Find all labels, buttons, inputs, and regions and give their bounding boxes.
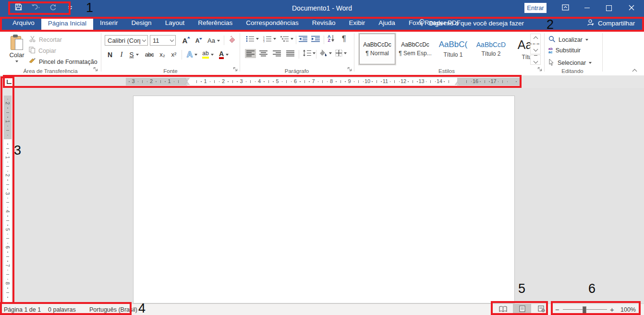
tab-selector-button[interactable] [4, 77, 14, 87]
ruler-number: 13 [418, 78, 424, 84]
customize-quick-access-button[interactable] [65, 3, 75, 13]
tab-design[interactable]: Design [125, 16, 158, 31]
strikethrough-button[interactable]: abc [143, 49, 156, 60]
tab-p-gina-inicial[interactable]: Página Inicial [41, 17, 93, 31]
tab-arquivo[interactable]: Arquivo [6, 16, 41, 31]
sign-in-button[interactable]: Entrar [524, 3, 547, 13]
ruler-tick [300, 81, 301, 82]
print-layout-button[interactable] [513, 304, 531, 315]
paste-button[interactable]: Colar [6, 34, 28, 71]
tab-inserir[interactable]: Inserir [93, 16, 125, 31]
tab-ajuda[interactable]: Ajuda [372, 16, 402, 31]
borders-button[interactable] [335, 49, 347, 57]
right-indent-marker[interactable] [455, 82, 460, 85]
bold-button[interactable]: N [105, 49, 115, 60]
decrease-indent-button[interactable] [299, 36, 307, 42]
tab-correspond-ncias[interactable]: Correspondências [239, 16, 305, 31]
align-center-button[interactable] [259, 50, 267, 57]
collapse-ribbon-button[interactable] [633, 66, 636, 75]
superscript-button[interactable]: x² [169, 49, 179, 60]
document-page[interactable] [133, 96, 515, 303]
styles-scroll-down-button[interactable] [530, 44, 541, 54]
style-t-tulo-2[interactable]: AaBbCcDTítulo 2 [473, 34, 509, 64]
italic-button[interactable]: I [117, 49, 126, 60]
text-effects-button[interactable]: A [185, 49, 199, 60]
style-label: ¶ Normal [365, 50, 389, 57]
maximize-button[interactable] [599, 0, 619, 16]
select-button[interactable]: Selecionar [548, 59, 592, 67]
align-right-button[interactable] [273, 50, 281, 57]
close-button[interactable] [621, 0, 642, 16]
select-dropdown-icon [589, 62, 592, 64]
cut-button[interactable]: Recortar [29, 36, 62, 44]
copy-button[interactable]: Copiar [29, 47, 56, 55]
tell-me-box[interactable]: Diga-me o que você deseja fazer [419, 16, 524, 31]
styles-group-label: Estilos [438, 68, 455, 74]
ribbon-display-options-button[interactable] [555, 0, 575, 16]
redo-button[interactable] [48, 3, 58, 13]
style-t-tulo[interactable]: AaBTítulo [511, 34, 547, 64]
zoom-out-button[interactable]: − [555, 304, 559, 315]
styles-dialog-launcher-icon[interactable] [537, 65, 542, 73]
justify-button[interactable] [286, 50, 294, 57]
styles-more-button[interactable] [530, 55, 541, 65]
styles-scroll-up-button[interactable] [530, 34, 541, 44]
shading-dropdown-icon [329, 52, 332, 54]
save-button[interactable] [13, 3, 23, 13]
clipboard-dialog-launcher-icon[interactable] [93, 65, 98, 73]
increase-indent-button[interactable] [311, 36, 320, 42]
show-formatting-marks-button[interactable]: ¶ [342, 35, 346, 43]
tab-refer-ncias[interactable]: Referências [191, 16, 239, 31]
font-dialog-launcher-icon[interactable] [233, 65, 238, 73]
read-mode-button[interactable] [494, 304, 512, 315]
style--sem-esp-[interactable]: AaBbCcDc¶ Sem Esp... [397, 34, 433, 64]
line-spacing-button[interactable] [303, 49, 316, 57]
undo-button[interactable] [31, 3, 40, 13]
maximize-icon [606, 5, 612, 11]
format-painter-button[interactable]: Pincel de Formatação [29, 58, 97, 66]
ruler-tick [7, 189, 8, 190]
share-button[interactable]: Compartilhar [587, 16, 635, 31]
numbering-button[interactable]: 123 [263, 36, 276, 42]
font-family-select[interactable]: Calibri (Corp [105, 35, 148, 46]
shading-button[interactable] [319, 49, 332, 57]
tab-layout[interactable]: Layout [158, 16, 192, 31]
grow-font-button[interactable]: A [180, 35, 190, 46]
bullets-button[interactable] [246, 36, 259, 42]
change-case-button[interactable]: Aa [207, 35, 221, 46]
vertical-ruler-band[interactable]: 2112345678 [4, 96, 12, 303]
paragraph-dialog-launcher-icon[interactable] [347, 65, 352, 73]
sort-button[interactable]: A Z [328, 35, 335, 42]
page-count-indicator[interactable]: Página 1 de 1 [4, 304, 41, 315]
minimize-button[interactable] [577, 0, 597, 16]
font-color-button[interactable]: A [217, 49, 231, 60]
zoom-level-indicator[interactable]: 100% [620, 304, 636, 315]
multilevel-list-button[interactable] [280, 36, 293, 42]
subscript-button[interactable]: x₂ [158, 49, 167, 60]
ruler-number: 4 [258, 78, 261, 84]
horizontal-ruler-band[interactable]: 32112345678910111213141617 [126, 78, 521, 85]
language-indicator[interactable]: Português (Brasil) [89, 304, 137, 315]
zoom-slider-thumb[interactable] [583, 306, 586, 314]
underline-button[interactable]: S [127, 49, 141, 60]
word-count-indicator[interactable]: 0 palavras [48, 304, 76, 315]
style--normal[interactable]: AaBbCcDc¶ Normal [359, 34, 395, 64]
clear-formatting-button[interactable] [227, 35, 237, 46]
shrink-font-button[interactable]: A [192, 35, 203, 46]
font-size-select[interactable]: 11 [150, 35, 176, 46]
ruler-number: 8 [5, 280, 11, 286]
zoom-in-button[interactable]: + [610, 304, 614, 315]
ruler-tick [322, 80, 323, 83]
tab-revis-o[interactable]: Revisão [305, 16, 342, 31]
replace-button[interactable]: ab ac Substituir [548, 47, 581, 54]
web-layout-button[interactable] [532, 304, 550, 315]
text-highlight-button[interactable]: ab [201, 49, 215, 60]
align-left-button[interactable] [245, 49, 256, 58]
find-button[interactable]: Localizar [548, 36, 588, 44]
tab-exibir[interactable]: Exibir [342, 16, 372, 31]
ruler-tick [6, 130, 9, 131]
ruler-tick [7, 135, 8, 136]
style-t-tulo-1[interactable]: AaBbC(Título 1 [435, 34, 471, 64]
first-line-indent-marker[interactable] [185, 78, 190, 81]
hanging-indent-marker[interactable] [185, 82, 190, 85]
